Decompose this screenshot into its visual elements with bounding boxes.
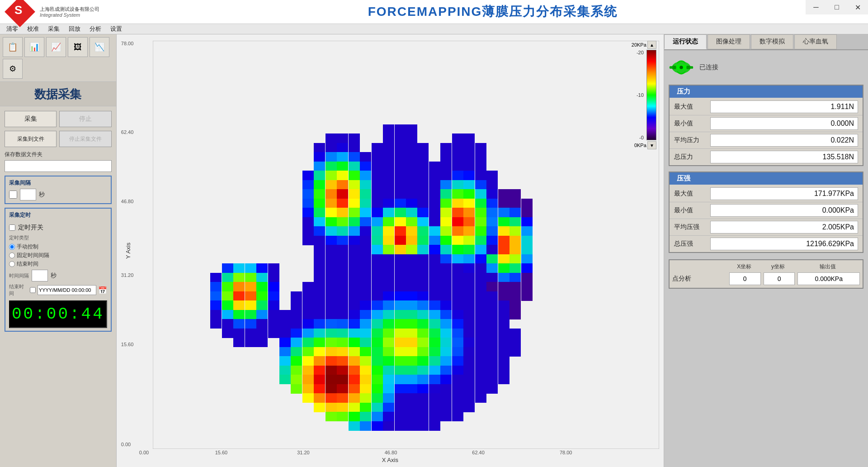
pressure-intensity-box: 压强 最大值 171.977KPa 最小值 0.000KPa 平均压强 2.00… <box>669 172 863 253</box>
save-folder-input[interactable] <box>5 160 112 172</box>
collect-button[interactable]: 采集 <box>5 111 57 127</box>
logo-s: S <box>14 3 22 17</box>
timer-switch-checkbox[interactable] <box>9 224 15 231</box>
toolbar-icon-1[interactable]: 📋 <box>3 37 23 57</box>
radio-fixed-label: 固定时间间隔 <box>17 252 49 259</box>
logo-cn: 上海邑成测试设备有限公司 <box>40 6 99 12</box>
timer-switch-label: 定时开关 <box>18 224 43 232</box>
intensity-avg-label: 平均压强 <box>674 223 710 231</box>
menu-item-settings[interactable]: 设置 <box>106 24 127 34</box>
menu-item-analyze[interactable]: 分析 <box>85 24 106 34</box>
y-axis-label: Y Axis <box>125 243 132 259</box>
menu-item-playback[interactable]: 回放 <box>64 24 85 34</box>
pa-out-value: 0.000KPa <box>797 272 860 285</box>
toolbar-icon-2[interactable]: 📊 <box>24 37 44 57</box>
radio-fixed-input[interactable] <box>9 253 15 258</box>
tab-image-process[interactable]: 图像处理 <box>708 34 750 49</box>
toolbar-icon-6[interactable]: ⚙ <box>3 59 23 79</box>
x-axis-label: X Axis <box>382 457 398 463</box>
pressure-min-row: 最小值 0.000N <box>670 115 863 132</box>
radio-manual-input[interactable] <box>9 244 15 250</box>
main-content: 📋 📊 📈 🖼 📉 ⚙ 数据采集 采集 停止 采集到文件 停止采集文件 保存数据… <box>0 34 868 467</box>
pa-out-header: 输出值 <box>796 263 860 271</box>
end-time-input[interactable] <box>38 285 96 295</box>
time-interval-row: 时间间隔 10 秒 <box>9 270 107 281</box>
interval-section: 采集间隔 10 秒 <box>5 176 112 204</box>
hand-pressure-chart[interactable] <box>153 41 659 449</box>
title-bar: S 上海邑成测试设备有限公司 Integrated System FORCEMA… <box>0 0 868 24</box>
radio-fixed: 固定时间间隔 <box>9 252 107 259</box>
menu-item-calibrate[interactable]: 校准 <box>23 24 43 34</box>
close-button[interactable]: ✕ <box>847 0 868 14</box>
radio-end-label: 结束时间 <box>17 260 38 268</box>
intensity-avg-value: 2.005KPa <box>710 221 858 234</box>
intensity-total-row: 总压强 12196.629KPa <box>670 236 863 252</box>
pa-y-header: y坐标 <box>762 263 794 271</box>
toolbar: 📋 📊 📈 🖼 📉 ⚙ <box>0 34 116 82</box>
colorbar-up-button[interactable]: ▲ <box>647 41 656 49</box>
timer-section-label: 采集定时 <box>9 211 31 219</box>
pressure-max-value: 1.911N <box>710 100 858 113</box>
window-controls: ─ □ ✕ <box>806 0 868 14</box>
pressure-avg-label: 平均压力 <box>674 136 710 144</box>
colorbar-down-button[interactable]: ▼ <box>647 141 656 149</box>
intensity-min-value: 0.000KPa <box>710 204 858 217</box>
interval-checkbox[interactable] <box>9 191 17 199</box>
logo-area: S 上海邑成测试设备有限公司 Integrated System <box>0 0 118 23</box>
pa-x-header: X坐标 <box>728 263 760 271</box>
intensity-max-label: 最大值 <box>674 190 710 198</box>
x-tick-78: 78.00 <box>560 450 572 455</box>
radio-end-input[interactable] <box>9 261 15 267</box>
x-tick-62: 62.40 <box>472 450 485 455</box>
tab-digital-sim[interactable]: 数字模拟 <box>751 34 793 49</box>
tab-heart-rate[interactable]: 心率血氧 <box>794 34 837 49</box>
interval-row: 10 秒 <box>9 189 107 200</box>
intensity-min-label: 最小值 <box>674 206 710 214</box>
timer-section: 采集定时 定时开关 定时类型 手动控制 固定时间间隔 <box>5 208 112 332</box>
x-tick-0: 0.00 <box>139 450 149 455</box>
stop-file-button[interactable]: 停止采集文件 <box>59 131 111 147</box>
menu-bar: 清零 校准 采集 回放 分析 设置 <box>0 24 868 34</box>
toolbar-icon-3[interactable]: 📈 <box>46 37 66 57</box>
colorbar: 20KPa ▲ -20 -10 -0 0KPa ▼ <box>632 41 656 149</box>
time-interval-input[interactable]: 10 <box>32 270 48 281</box>
pressure-min-value: 0.000N <box>710 117 858 130</box>
status-area: 已连接 <box>664 50 868 82</box>
digital-clock: 00:00:44 <box>9 300 107 328</box>
maximize-button[interactable]: □ <box>826 0 847 14</box>
cb-label-0: -0 <box>637 135 644 140</box>
collect-btn-row: 采集 停止 <box>5 111 112 127</box>
toolbar-icon-4[interactable]: 🖼 <box>68 37 88 57</box>
pressure-total-row: 总压力 135.518N <box>670 149 863 165</box>
interval-input[interactable]: 10 <box>20 189 36 200</box>
radio-group: 手动控制 固定时间间隔 结束时间 <box>9 243 107 268</box>
tab-run-status[interactable]: 运行状态 <box>664 34 707 49</box>
stop-button[interactable]: 停止 <box>59 111 111 127</box>
time-interval-unit: 秒 <box>51 272 57 280</box>
pressure-total-value: 135.518N <box>710 151 858 163</box>
svg-rect-5 <box>670 66 673 69</box>
minimize-button[interactable]: ─ <box>806 0 826 14</box>
calendar-icon[interactable]: 📅 <box>98 286 107 295</box>
time-interval-label: 时间间隔 <box>9 272 29 279</box>
right-panel: 运行状态 图像处理 数字模拟 心率血氧 <box>664 34 868 467</box>
x-tick-15: 15.60 <box>215 450 228 455</box>
end-time-label: 结束时间 <box>9 283 28 297</box>
pa-y-value: 0 <box>764 272 795 285</box>
intensity-min-row: 最小值 0.000KPa <box>670 202 863 219</box>
colorbar-gradient <box>646 50 656 140</box>
menu-item-collect[interactable]: 采集 <box>43 24 64 34</box>
pressure-box: 压力 最大值 1.911N 最小值 0.000N 平均压力 0.022N 总压力… <box>669 85 863 166</box>
collect-file-button[interactable]: 采集到文件 <box>5 131 57 147</box>
colorbar-bottom-label: 0KPa <box>634 143 646 148</box>
app-title: FORCEMAPPING薄膜压力分布采集系统 <box>118 3 868 20</box>
timer-type-label: 定时类型 <box>9 234 107 241</box>
pressure-max-row: 最大值 1.911N <box>670 99 863 115</box>
interval-unit: 秒 <box>39 191 45 199</box>
intensity-max-row: 最大值 171.977KPa <box>670 186 863 202</box>
pa-values-row: 点分析 0 0 0.000KPa <box>672 272 860 285</box>
chart-area: Y Axis X Axis 78.00 62.40 46.80 31.20 15… <box>117 34 664 467</box>
end-time-checkbox[interactable] <box>30 287 36 293</box>
toolbar-icon-5[interactable]: 📉 <box>90 37 109 57</box>
y-tick-15: 15.60 <box>121 342 134 347</box>
